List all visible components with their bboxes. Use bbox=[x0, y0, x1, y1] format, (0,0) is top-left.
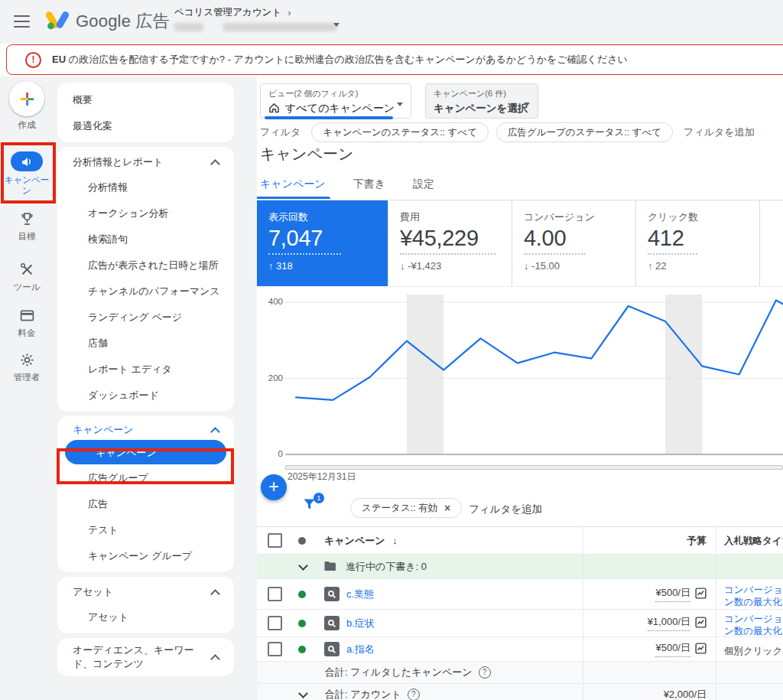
mini-sidebar-item-tools[interactable]: ツール bbox=[0, 260, 54, 292]
draft-campaigns-row[interactable]: 進行中の下書き: 0 bbox=[257, 555, 783, 579]
status-enabled-dot bbox=[298, 646, 306, 653]
nav-item[interactable]: 広告が表示された日時と場所 bbox=[57, 252, 234, 278]
budget-chart-icon[interactable] bbox=[695, 643, 707, 656]
scorecard-clicks[interactable]: クリック数412↑ 22 bbox=[636, 200, 760, 286]
add-table-filter-button[interactable]: フィルタを追加 bbox=[469, 503, 542, 516]
select-all-checkbox[interactable] bbox=[268, 533, 282, 548]
filter-count-badge: 1 bbox=[314, 493, 324, 503]
tab-item[interactable]: 下書き bbox=[353, 177, 385, 197]
nav-item[interactable]: オークション分析 bbox=[57, 200, 234, 226]
remove-filter-icon[interactable]: × bbox=[444, 502, 450, 514]
budget-value[interactable]: ¥1,000/日 bbox=[648, 615, 690, 631]
campaign-name-link[interactable]: b.症状 bbox=[346, 617, 375, 630]
bid-strategy-cell: 個別クリック単価 bbox=[716, 637, 783, 661]
view-picker[interactable]: ビュー(2 個のフィルタ) すべてのキャンペーン bbox=[260, 83, 411, 119]
mini-sidebar-item-billing[interactable]: 料金 bbox=[0, 306, 54, 338]
chevron-right-icon: › bbox=[288, 7, 291, 18]
nav-item[interactable]: 広告グループ bbox=[57, 464, 234, 490]
nav-item[interactable]: キャンペーン グループ bbox=[57, 542, 234, 568]
mini-sidebar-item-campaigns[interactable]: キャンペーン bbox=[0, 151, 54, 196]
add-campaign-fab[interactable]: + bbox=[261, 474, 287, 500]
campaign-cell: a.指名 bbox=[257, 637, 583, 661]
nav-item[interactable]: ランディング ページ bbox=[57, 304, 234, 330]
row-checkbox[interactable] bbox=[268, 616, 282, 630]
active-tab-underline bbox=[257, 197, 330, 199]
scorecard-impressions[interactable]: 表示回数7,047↑ 318 bbox=[257, 200, 388, 286]
nav-section-header[interactable]: アセット bbox=[57, 581, 234, 604]
scorecard-conversions[interactable]: コンバージョン4.00↓ -15.00 bbox=[512, 200, 636, 286]
table-row: a.指名¥500/日個別クリック単価 bbox=[257, 637, 783, 662]
draft-row-strategy bbox=[716, 555, 783, 578]
nav-section-header[interactable]: 分析情報とレポート bbox=[57, 151, 234, 174]
nav-item[interactable]: アセット bbox=[57, 604, 234, 630]
budget-chart-icon[interactable] bbox=[695, 588, 707, 601]
nav-item[interactable]: 広告 bbox=[57, 490, 234, 516]
column-header-budget[interactable]: 予算 bbox=[583, 527, 716, 554]
scorecard-value: 4.00 bbox=[524, 226, 635, 251]
row-checkbox[interactable] bbox=[268, 587, 282, 601]
nav-section-header[interactable]: オーディエンス、キーワード、コンテンツ bbox=[57, 642, 234, 672]
status-filter-chip[interactable]: ステータス:: 有効 × bbox=[350, 498, 462, 518]
mini-sidebar-label: キャンペーン bbox=[0, 174, 54, 196]
view-picker-label: ビュー(2 個のフィルタ) bbox=[268, 88, 403, 99]
totals-label: 合計: フィルタしたキャンペーン bbox=[325, 666, 473, 679]
filter-chip[interactable]: 広告グループのステータス:: すべて bbox=[496, 122, 673, 142]
account-selector[interactable]: ペコリス管理アカウント › bbox=[174, 6, 350, 31]
google-ads-app: Google 広告 ペコリス管理アカウント › ! EU の政治広告を配信する予… bbox=[0, 0, 783, 700]
mini-sidebar-label: 料金 bbox=[18, 327, 36, 338]
nav-section-label: オーディエンス、キーワード、コンテンツ bbox=[73, 643, 203, 671]
column-header-campaign[interactable]: キャンペーン ↓ bbox=[324, 534, 398, 548]
nav-item[interactable]: テスト bbox=[57, 516, 234, 542]
help-icon[interactable]: ? bbox=[408, 689, 420, 700]
nav-item[interactable]: 店舗 bbox=[57, 330, 234, 356]
nav-card: アセットアセット bbox=[57, 577, 234, 633]
menu-icon[interactable] bbox=[14, 15, 30, 31]
tab-campaigns-active[interactable]: キャンペーン bbox=[260, 177, 326, 197]
filter-chip[interactable]: キャンペーンのステータス:: すべて bbox=[311, 122, 489, 142]
mini-sidebar-item-create[interactable]: 作成 bbox=[0, 81, 54, 130]
search-campaign-icon bbox=[324, 642, 340, 656]
nav-item[interactable]: 検索語句 bbox=[57, 226, 234, 252]
nav-section-label: 分析情報とレポート bbox=[73, 155, 163, 169]
nav-item-selected[interactable]: キャンペーン bbox=[65, 440, 226, 464]
chevron-down-icon[interactable] bbox=[298, 561, 308, 571]
google-ads-logo[interactable]: Google 広告 bbox=[46, 9, 170, 34]
bid-strategy-cell[interactable]: コンバージョン数の最大化 bbox=[716, 610, 783, 637]
status-column-dot bbox=[298, 537, 306, 545]
budget-cell: ¥500/日 bbox=[583, 637, 716, 661]
help-icon[interactable]: ? bbox=[479, 666, 491, 679]
nav-item[interactable]: ダッシュボード bbox=[57, 382, 234, 408]
account-dropdown-caret-icon[interactable] bbox=[333, 23, 340, 27]
tab-item[interactable]: 設定 bbox=[413, 177, 434, 197]
scorecard-label: 表示回数 bbox=[268, 210, 388, 224]
scorecard-cost[interactable]: 費用¥45,229↓ -¥1,423 bbox=[388, 200, 512, 286]
campaign-picker-caret-icon bbox=[524, 103, 530, 106]
navigation-menu: 概要最適化案分析情報とレポート分析情報オークション分析検索語句広告が表示された日… bbox=[57, 83, 234, 681]
nav-item[interactable]: レポート エディタ bbox=[57, 356, 234, 382]
chevron-down-icon[interactable] bbox=[298, 689, 308, 698]
budget-value[interactable]: ¥500/日 bbox=[655, 586, 690, 602]
chart-scrollbar[interactable] bbox=[285, 465, 783, 470]
row-checkbox[interactable] bbox=[268, 642, 282, 656]
bid-strategy-cell[interactable]: コンバージョン数の最大化 bbox=[716, 579, 783, 609]
scorecard-delta: ↓ -15.00 bbox=[524, 260, 635, 272]
campaign-name-link[interactable]: a.指名 bbox=[346, 643, 375, 656]
campaign-name-link[interactable]: c.業態 bbox=[346, 588, 374, 601]
nav-item[interactable]: 概要 bbox=[57, 86, 234, 112]
add-filter-button[interactable]: フィルタを追加 bbox=[684, 125, 755, 139]
campaign-picker[interactable]: キャンペーン(6 件) キャンペーンを選択 bbox=[425, 83, 538, 119]
mini-sidebar-item-goals[interactable]: 目標 bbox=[0, 210, 54, 242]
nav-item[interactable]: 分析情報 bbox=[57, 174, 234, 200]
totals-budget-cell bbox=[583, 662, 716, 683]
column-header-bid-strategy[interactable]: 入札戦略タイプ bbox=[716, 527, 783, 554]
nav-section-header[interactable]: キャンペーン bbox=[57, 420, 234, 440]
mini-sidebar-label: ツール bbox=[13, 282, 40, 292]
eu-political-ads-banner: ! EU の政治広告を配信する予定ですか? - アカウントに欧州連合の政治広告を… bbox=[6, 44, 783, 75]
budget-chart-icon[interactable] bbox=[695, 617, 707, 630]
budget-cell: ¥500/日 bbox=[583, 579, 716, 609]
nav-item[interactable]: 最適化案 bbox=[57, 112, 234, 138]
scorecard-value: 7,047 bbox=[268, 226, 388, 251]
nav-item[interactable]: チャンネルのパフォーマンス bbox=[57, 278, 234, 304]
budget-value[interactable]: ¥500/日 bbox=[655, 641, 690, 657]
mini-sidebar-item-admin[interactable]: 管理者 bbox=[0, 350, 54, 383]
